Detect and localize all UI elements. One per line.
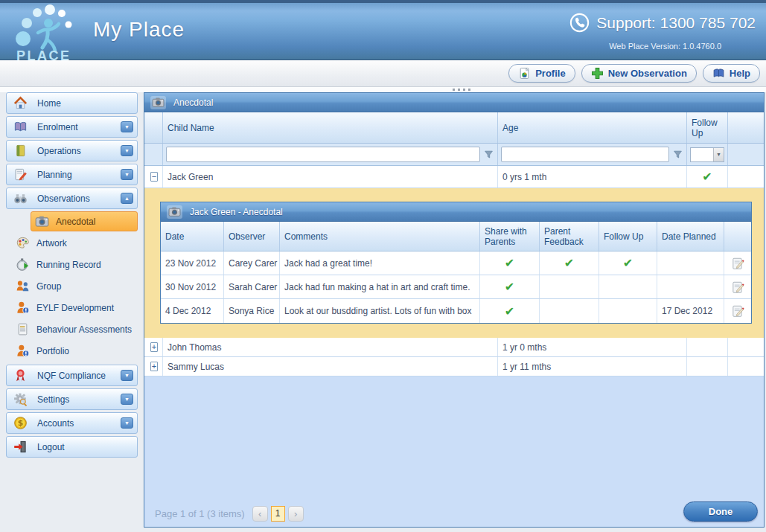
panel-title: Anecdotal xyxy=(173,97,213,108)
funnel-filter-icon[interactable] xyxy=(482,148,494,161)
sidebar-item-label: NQF Compliance xyxy=(37,371,106,381)
check-icon: ✔ xyxy=(505,280,514,294)
sidebar-item-enrolment[interactable]: Enrolment ▼ xyxy=(6,116,138,138)
column-header-parent-feedback[interactable]: Parent Feedback xyxy=(540,222,599,251)
sidebar-subitem-label: Anecdotal xyxy=(56,217,95,227)
new-observation-button[interactable]: New Observation xyxy=(581,64,697,83)
done-button[interactable]: Done xyxy=(683,501,758,522)
cell-comments: Jack had a great time! xyxy=(280,251,480,275)
splitter-grip-icon[interactable] xyxy=(453,89,470,91)
column-header-follow-up[interactable]: Follow Up xyxy=(599,222,657,251)
next-page-button[interactable]: › xyxy=(288,506,304,522)
column-header-child-name[interactable]: Child Name xyxy=(163,112,498,143)
current-page-button[interactable]: 1 xyxy=(271,506,285,522)
follow-up-filter-select[interactable]: ▼ xyxy=(690,147,724,162)
sidebar-item-settings[interactable]: Settings ▼ xyxy=(6,388,138,410)
detail-table-row: 4 Dec 2012 Sonya Rice Look at our busddi… xyxy=(161,299,751,323)
sidebar-subitem-group[interactable]: Group xyxy=(6,275,138,297)
chevron-up-icon[interactable]: ▲ xyxy=(121,193,133,204)
sidebar-subitem-label: EYLF Development xyxy=(36,303,114,313)
version-label: Web Place Version: 1.0.4760.0 xyxy=(609,42,721,51)
sidebar-subitem-running-record[interactable]: Running Record xyxy=(6,254,138,275)
edit-icon[interactable] xyxy=(731,257,744,270)
detail-panel-title: Jack Green - Anecdotal xyxy=(190,207,283,217)
column-header-age[interactable]: Age xyxy=(498,112,687,143)
age-filter-input[interactable] xyxy=(501,147,669,162)
sidebar-navigation: Home Enrolment ▼ Operations ▼ Planning ▼… xyxy=(6,92,138,460)
sidebar-subitem-behaviour-assessments[interactable]: Behaviour Assessments xyxy=(6,318,138,340)
edit-icon[interactable] xyxy=(731,281,744,294)
sidebar-subitem-artwork[interactable]: Artwork xyxy=(6,232,138,254)
observations-icon xyxy=(13,191,28,205)
cell-date: 23 Nov 2012 xyxy=(161,251,224,275)
dropdown-arrow-icon[interactable]: ▼ xyxy=(713,148,724,161)
sidebar-subitem-label: Group xyxy=(36,281,61,292)
panel-splitter[interactable] xyxy=(0,87,766,92)
column-header-observer[interactable]: Observer xyxy=(224,222,280,251)
profile-document-icon xyxy=(518,67,531,80)
table-row-john-thomas[interactable]: + John Thomas 1 yr 0 mths ✔ xyxy=(144,338,764,357)
sidebar-item-nqf-compliance[interactable]: NQF Compliance ▼ xyxy=(6,365,138,386)
sidebar-item-logout[interactable]: Logout xyxy=(6,436,138,458)
place-logo-icon xyxy=(13,4,82,63)
chevron-down-icon[interactable]: ▼ xyxy=(121,370,133,381)
column-header-date-planned[interactable]: Date Planned xyxy=(657,222,724,251)
sidebar-item-planning[interactable]: Planning ▼ xyxy=(6,164,138,185)
cell-comments: Jack had fun making a hat in art and cra… xyxy=(280,275,480,298)
table-row-sammy-lucas[interactable]: + Sammy Lucas 1 yr 11 mths ✔ xyxy=(144,357,764,376)
profile-button[interactable]: Profile xyxy=(508,64,575,83)
sidebar-item-label: Enrolment xyxy=(37,122,78,132)
support-label: Support: 1300 785 702 xyxy=(596,14,756,32)
app-logo xyxy=(13,4,82,65)
chevron-down-icon[interactable]: ▼ xyxy=(121,417,133,429)
sidebar-subitem-label: Running Record xyxy=(36,260,101,270)
jack-green-anecdotal-panel: Jack Green - Anecdotal Date Observer Com… xyxy=(160,202,752,324)
chevron-down-icon[interactable]: ▼ xyxy=(121,121,133,132)
column-header-share-with-parents[interactable]: Share with Parents xyxy=(480,222,540,251)
sidebar-item-label: Operations xyxy=(37,146,81,156)
expand-row-toggle[interactable]: + xyxy=(150,342,158,352)
child-name-filter-input[interactable] xyxy=(166,147,480,162)
previous-page-button[interactable]: ‹ xyxy=(252,506,268,522)
app-title: My Place xyxy=(93,18,185,42)
detail-table-row: 23 Nov 2012 Carey Carer Jack had a great… xyxy=(161,251,751,275)
person-badge-icon xyxy=(16,301,30,315)
sidebar-item-operations[interactable]: Operations ▼ xyxy=(6,140,138,161)
cell-age: 1 yr 0 mths xyxy=(498,338,687,356)
chevron-down-icon[interactable]: ▼ xyxy=(121,145,133,156)
detail-panel-titlebar: Jack Green - Anecdotal xyxy=(161,202,751,222)
funnel-filter-icon[interactable] xyxy=(671,148,683,161)
cell-comments: Look at our busdding artist. Lots of fun… xyxy=(280,299,480,323)
sidebar-subitem-portfolio[interactable]: Portfolio xyxy=(6,340,138,362)
sidebar-item-accounts[interactable]: Accounts ▼ xyxy=(6,412,138,434)
check-icon: ✔ xyxy=(505,304,514,318)
sidebar-subitem-eylf-development[interactable]: EYLF Development xyxy=(6,297,138,318)
operations-icon xyxy=(13,144,28,158)
sidebar-item-observations[interactable]: Observations ▲ xyxy=(6,188,138,209)
sidebar-item-home[interactable]: Home xyxy=(6,92,138,114)
enrolment-icon xyxy=(13,120,28,134)
expand-row-toggle[interactable]: + xyxy=(150,362,158,371)
check-icon: ✔ xyxy=(564,256,574,270)
collapse-row-toggle[interactable]: − xyxy=(150,172,158,182)
check-icon: ✔ xyxy=(623,256,633,270)
chevron-down-icon[interactable]: ▼ xyxy=(121,169,133,180)
new-observation-button-label: New Observation xyxy=(608,68,687,79)
column-header-follow-up[interactable]: Follow Up xyxy=(687,112,728,143)
expander-column-header xyxy=(144,112,163,143)
table-row-jack-green[interactable]: − Jack Green 0 yrs 1 mth ✔ xyxy=(144,166,764,188)
document-icon xyxy=(16,322,30,336)
check-icon: ✔ xyxy=(702,170,712,184)
plus-icon xyxy=(591,67,604,80)
sidebar-subitem-anecdotal[interactable]: Anecdotal xyxy=(31,211,138,231)
ribbon-icon xyxy=(13,368,28,382)
edit-icon[interactable] xyxy=(731,304,744,318)
column-header-comments[interactable]: Comments xyxy=(280,222,480,251)
detail-header-row: Date Observer Comments Share with Parent… xyxy=(161,222,751,251)
help-button[interactable]: Help xyxy=(703,64,760,83)
phone-icon xyxy=(569,13,590,33)
group-icon xyxy=(16,279,30,293)
column-header-date[interactable]: Date xyxy=(161,222,224,251)
chevron-down-icon[interactable]: ▼ xyxy=(121,394,133,405)
sidebar-subitem-label: Portfolio xyxy=(36,346,69,356)
